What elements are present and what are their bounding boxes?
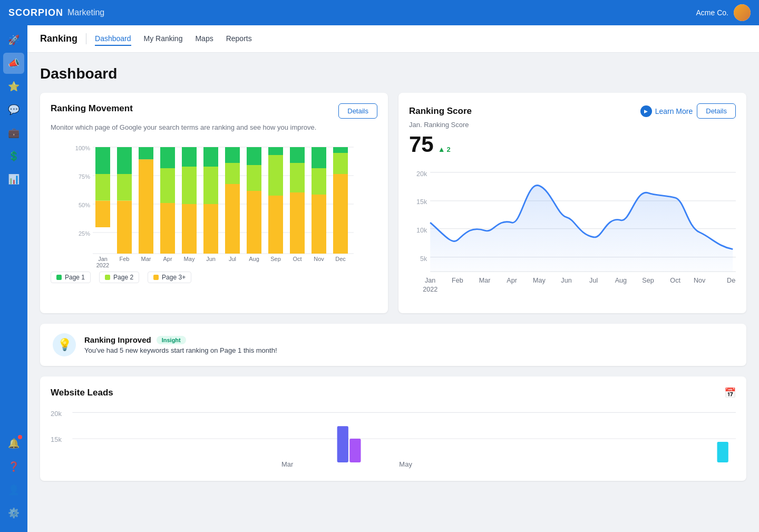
insight-text: You've had 5 new keywords start ranking … — [84, 346, 734, 354]
avatar[interactable] — [734, 4, 751, 21]
sidebar-bottom: 🔔 ❓ 👤 ⚙️ — [3, 433, 24, 528]
svg-text:Oct: Oct — [293, 256, 301, 262]
legend-page2: Page 2 — [99, 272, 139, 283]
svg-rect-14 — [117, 147, 132, 174]
sidebar-item-star[interactable]: ⭐ — [3, 76, 24, 97]
svg-rect-42 — [333, 153, 348, 174]
svg-text:Jan: Jan — [98, 256, 108, 262]
legend-label-page3: Page 3+ — [162, 274, 186, 281]
svg-text:15k: 15k — [416, 198, 427, 206]
ranking-movement-subtitle: Monitor which page of Google your search… — [51, 123, 377, 132]
svg-rect-12 — [117, 201, 132, 254]
sidebar-item-megaphone[interactable]: 📣 — [3, 53, 24, 74]
svg-rect-36 — [290, 163, 305, 192]
score-value: 75 ▲ 2 — [409, 132, 736, 157]
svg-rect-19 — [160, 147, 175, 168]
svg-rect-43 — [333, 147, 348, 153]
svg-rect-37 — [290, 147, 305, 163]
leads-chart-svg: 20k 15k Mar May — [51, 407, 736, 470]
tab-reports[interactable]: Reports — [226, 32, 252, 46]
svg-rect-10 — [95, 174, 110, 201]
svg-rect-85 — [337, 426, 348, 462]
svg-rect-35 — [290, 192, 305, 254]
svg-rect-86 — [349, 439, 361, 462]
svg-rect-20 — [182, 204, 197, 254]
ranking-movement-chart: 100% 75% 50% 25% — [51, 141, 377, 278]
svg-rect-11 — [95, 147, 110, 174]
svg-rect-32 — [268, 196, 283, 254]
svg-text:10k: 10k — [416, 227, 427, 234]
lightbulb-icon: 💡 — [57, 338, 72, 352]
svg-rect-87 — [717, 442, 728, 462]
svg-text:5k: 5k — [420, 255, 427, 263]
sidebar-item-person[interactable]: 👤 — [3, 479, 24, 500]
svg-text:Jun: Jun — [561, 277, 571, 284]
legend-dot-page3 — [153, 275, 159, 280]
leads-chart-area: 20k 15k Mar May — [51, 407, 736, 470]
legend-page1: Page 1 — [51, 272, 91, 283]
svg-rect-28 — [225, 147, 240, 163]
svg-rect-21 — [182, 167, 197, 204]
calendar-btn[interactable]: 📅 — [724, 387, 736, 399]
sub-nav-title: Ranking — [40, 33, 86, 44]
ranking-score-details-btn[interactable]: Details — [697, 103, 736, 119]
svg-rect-24 — [203, 167, 218, 204]
sidebar-item-gear[interactable]: ⚙️ — [3, 502, 24, 524]
svg-text:Aug: Aug — [615, 277, 627, 284]
legend-dot-page1 — [56, 275, 62, 280]
page-title: Dashboard — [40, 65, 746, 82]
ranking-score-header: Ranking Score ▶ Learn More Details — [409, 103, 736, 119]
svg-text:Dec: Dec — [727, 277, 736, 284]
svg-text:Jul: Jul — [229, 256, 236, 262]
svg-text:2022: 2022 — [96, 262, 109, 267]
svg-text:Jan: Jan — [425, 277, 435, 284]
cards-row: Ranking Movement Details Monitor which p… — [40, 93, 746, 313]
sub-nav: Ranking Dashboard My Ranking Maps Report… — [27, 25, 759, 53]
svg-rect-33 — [268, 155, 283, 196]
svg-rect-30 — [247, 165, 261, 191]
ranking-movement-details-btn[interactable]: Details — [338, 103, 377, 119]
svg-text:Sep: Sep — [642, 277, 654, 284]
svg-rect-18 — [160, 168, 175, 203]
sidebar-item-dollar[interactable]: 💲 — [3, 146, 24, 167]
tab-my-ranking[interactable]: My Ranking — [144, 32, 183, 46]
svg-text:20k: 20k — [416, 170, 427, 178]
svg-text:Apr: Apr — [507, 277, 517, 284]
svg-rect-17 — [160, 203, 175, 254]
sidebar-item-chat[interactable]: 💬 — [3, 99, 24, 120]
legend-page3: Page 3+ — [148, 272, 191, 283]
sub-nav-links: Dashboard My Ranking Maps Reports — [95, 32, 252, 46]
score-change-value: 2 — [447, 146, 451, 153]
sidebar-item-bell[interactable]: 🔔 — [3, 433, 24, 454]
top-nav: SCORPION Marketing Acme Co. — [0, 0, 759, 25]
company-name: Acme Co. — [696, 8, 728, 17]
sidebar: 🚀 📣 ⭐ 💬 💼 💲 📊 🔔 ❓ 👤 ⚙️ — [0, 25, 27, 532]
brand-area: SCORPION Marketing — [8, 7, 104, 18]
svg-text:Nov: Nov — [314, 256, 324, 262]
ranking-score-card: Ranking Score ▶ Learn More Details Jan. … — [398, 93, 746, 313]
svg-rect-34 — [268, 147, 283, 155]
tab-dashboard[interactable]: Dashboard — [95, 32, 131, 46]
ranking-movement-card: Ranking Movement Details Monitor which p… — [40, 93, 388, 313]
sidebar-item-rocket[interactable]: 🚀 — [3, 30, 24, 51]
learn-more-label: Learn More — [655, 107, 693, 115]
ranking-score-title: Ranking Score — [409, 106, 472, 117]
sidebar-item-help[interactable]: ❓ — [3, 456, 24, 477]
sidebar-item-briefcase[interactable]: 💼 — [3, 122, 24, 143]
learn-more-btn[interactable]: ▶ Learn More — [640, 105, 693, 117]
svg-text:25%: 25% — [79, 230, 90, 237]
brand-name: SCORPION — [8, 7, 63, 18]
insight-banner: 💡 Ranking Inproved Insight You've had 5 … — [40, 324, 746, 366]
svg-rect-26 — [225, 184, 240, 254]
card-header-movement: Ranking Movement Details — [51, 103, 377, 119]
svg-rect-39 — [312, 168, 326, 195]
svg-text:100%: 100% — [75, 145, 90, 151]
tab-maps[interactable]: Maps — [195, 32, 213, 46]
up-arrow-icon: ▲ — [438, 145, 445, 153]
score-number: 75 — [409, 132, 434, 157]
svg-text:Aug: Aug — [249, 256, 259, 262]
sidebar-item-chart[interactable]: 📊 — [3, 169, 24, 190]
notification-dot — [18, 435, 22, 439]
svg-text:20k: 20k — [51, 410, 62, 418]
svg-rect-25 — [203, 147, 218, 167]
